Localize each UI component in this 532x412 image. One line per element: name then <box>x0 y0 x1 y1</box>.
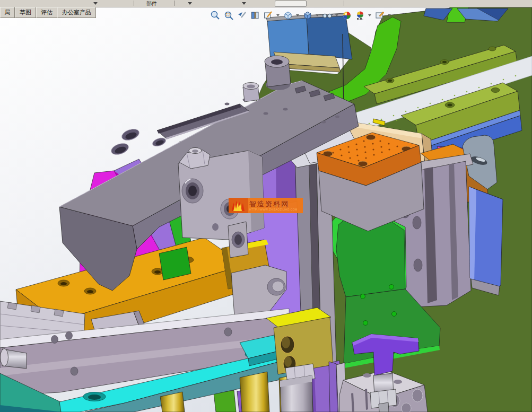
chevron-down-icon[interactable] <box>368 14 371 16</box>
menu-separator <box>134 1 134 6</box>
tab-sketch[interactable]: 草图 <box>15 7 36 18</box>
hide-show-items-icon[interactable] <box>321 9 333 22</box>
tab-layout-partial[interactable]: 局 <box>0 7 15 18</box>
annotation-views-icon[interactable] <box>262 9 274 22</box>
zoom-to-fit-icon[interactable] <box>209 9 221 22</box>
chevron-down-icon[interactable] <box>335 14 338 16</box>
display-style-icon[interactable] <box>301 9 313 22</box>
watermark-site-name: 智造资料网 <box>249 200 303 208</box>
zoom-to-area-icon[interactable] <box>222 9 234 22</box>
edit-appearance-icon[interactable] <box>341 9 353 22</box>
chevron-down-icon[interactable] <box>388 14 391 16</box>
part-compact-cylinder[interactable] <box>178 148 264 240</box>
part-mount-plate-blue[interactable] <box>469 187 503 295</box>
view-orientation-icon[interactable] <box>282 9 294 22</box>
watermark-banner: 智造资料网 HTTP://WWW.ZHIZAOZILIAO.COM <box>229 198 303 213</box>
watermark-flame-icon <box>229 198 248 213</box>
view-settings-icon[interactable] <box>373 9 386 22</box>
heads-up-view-toolbar <box>209 8 392 23</box>
tab-evaluate[interactable]: 评估 <box>36 7 57 18</box>
watermark-site-url: HTTP://WWW.ZHIZAOZILIAO.COM <box>249 208 303 211</box>
tab-office-products[interactable]: 办公室产品 <box>57 7 96 18</box>
chevron-down-icon[interactable] <box>316 14 319 16</box>
menu-dropdown-caret[interactable] <box>188 2 192 5</box>
command-manager-tabs: 局 草图 评估 办公室产品 <box>0 7 96 18</box>
menu-item-component[interactable]: 部件 <box>146 0 157 7</box>
chevron-down-icon[interactable] <box>296 14 299 16</box>
menu-separator <box>175 1 175 6</box>
chevron-down-icon[interactable] <box>276 14 280 16</box>
menu-bar: 部件 <box>0 0 532 7</box>
part-bore-block[interactable] <box>228 222 248 258</box>
section-view-icon[interactable] <box>249 9 261 22</box>
previous-view-icon[interactable] <box>236 9 248 22</box>
solidworks-window: 智造资料网 HTTP://WWW.ZHIZAOZILIAO.COM 部件 <box>0 0 532 412</box>
menu-dropdown-caret[interactable] <box>93 2 98 5</box>
menu-dropdown-caret[interactable] <box>242 2 246 5</box>
menu-separator <box>344 1 344 6</box>
apply-scene-icon[interactable] <box>354 9 366 22</box>
menu-combobox-partial[interactable] <box>275 1 307 7</box>
